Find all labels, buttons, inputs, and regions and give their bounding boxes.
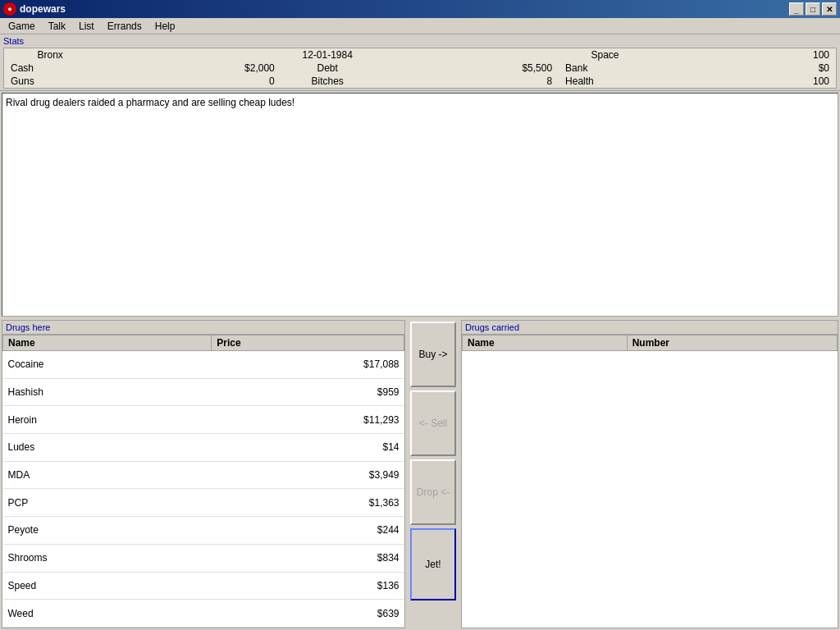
cash-value: $2,000	[189, 62, 281, 75]
drug-row[interactable]: MDA$3,949	[3, 461, 404, 489]
health-value: 100	[744, 75, 837, 89]
drug-price: $11,293	[212, 406, 404, 434]
drug-price: $3,949	[212, 461, 404, 489]
space-value: 100	[744, 48, 837, 62]
drug-name: Cocaine	[3, 351, 212, 379]
drug-price: $959	[212, 378, 404, 406]
drug-name: Heroin	[3, 406, 212, 434]
drug-row[interactable]: Peyote$244	[3, 517, 404, 545]
debt-label: Debt	[281, 62, 374, 75]
message-area: Rival drug dealers raided a pharmacy and…	[2, 93, 838, 317]
drug-price: $639	[212, 600, 404, 628]
drugs-carried-title: Drugs carried	[462, 321, 838, 335]
minimize-button[interactable]: _	[789, 2, 804, 16]
menu-game[interactable]: Game	[2, 19, 42, 34]
drug-row[interactable]: Hashish$959	[3, 378, 404, 406]
bitches-value: 8	[466, 75, 559, 89]
menu-talk[interactable]: Talk	[42, 19, 72, 34]
drug-price: $1,363	[212, 489, 404, 517]
title-text: dopewars	[20, 3, 66, 15]
drug-row[interactable]: Cocaine$17,088	[3, 351, 404, 379]
stats-section: Stats Bronx 12-01-1984 Space 100 Cash $2…	[0, 34, 840, 91]
drug-row[interactable]: Speed$136	[3, 572, 404, 600]
drug-price: $136	[212, 572, 404, 600]
menu-errands[interactable]: Errands	[101, 19, 148, 34]
window-controls: _ □ ✕	[789, 2, 837, 16]
jet-button[interactable]: Jet!	[410, 528, 456, 600]
bitches-label: Bitches	[281, 75, 374, 89]
close-button[interactable]: ✕	[822, 2, 837, 16]
drug-price: $14	[212, 434, 404, 462]
carried-col-number: Number	[627, 336, 837, 351]
menu-help[interactable]: Help	[148, 19, 182, 34]
col-price-header: Price	[212, 336, 404, 351]
location-label: Bronx	[4, 48, 97, 62]
title-bar: ● dopewars _ □ ✕	[0, 0, 840, 18]
bank-label: Bank	[559, 62, 651, 75]
main-content: Stats Bronx 12-01-1984 Space 100 Cash $2…	[0, 34, 840, 630]
space-label: Space	[559, 48, 651, 62]
drug-row[interactable]: Weed$639	[3, 600, 404, 628]
drug-name: Peyote	[3, 517, 212, 545]
drug-name: PCP	[3, 489, 212, 517]
drug-name: Weed	[3, 600, 212, 628]
drug-price: $834	[212, 544, 404, 572]
drugs-carried-body	[463, 351, 838, 628]
drugs-carried-table: Name Number	[462, 335, 838, 628]
drug-name: Ludes	[3, 434, 212, 462]
drug-row[interactable]: Ludes$14	[3, 434, 404, 462]
drug-name: Speed	[3, 572, 212, 600]
drug-price: $244	[212, 517, 404, 545]
title-bar-left: ● dopewars	[3, 2, 66, 16]
message-text: Rival drug dealers raided a pharmacy and…	[6, 97, 294, 108]
bank-value: $0	[744, 62, 837, 75]
drug-row[interactable]: PCP$1,363	[3, 489, 404, 517]
drugs-here-table: Name Price Cocaine$17,088Hashish$959Hero…	[2, 335, 404, 628]
debt-value: $5,500	[466, 62, 559, 75]
col-name-header: Name	[3, 336, 212, 351]
drug-row[interactable]: Heroin$11,293	[3, 406, 404, 434]
maximize-button[interactable]: □	[806, 2, 820, 16]
window-icon: ●	[3, 2, 16, 16]
menu-list[interactable]: List	[72, 19, 101, 34]
drugs-here-title: Drugs here	[2, 321, 404, 335]
drugs-here-panel: Drugs here Name Price Cocaine$17,088Hash…	[2, 320, 405, 628]
guns-value: 0	[189, 75, 281, 89]
date-value: 12-01-1984	[281, 48, 374, 62]
buy-button[interactable]: Buy ->	[410, 322, 456, 387]
health-label: Health	[559, 75, 651, 89]
bottom-section: Drugs here Name Price Cocaine$17,088Hash…	[0, 318, 840, 630]
guns-label: Guns	[4, 75, 97, 89]
sell-button[interactable]: <- Sell	[410, 390, 456, 456]
drugs-here-body: Cocaine$17,088Hashish$959Heroin$11,293Lu…	[3, 351, 404, 628]
cash-label: Cash	[4, 62, 97, 75]
drug-name: Shrooms	[3, 544, 212, 572]
drop-button[interactable]: Drop <-	[410, 459, 456, 525]
stats-label: Stats	[3, 36, 837, 46]
carried-col-name: Name	[463, 336, 628, 351]
stats-table: Bronx 12-01-1984 Space 100 Cash $2,000 D…	[3, 48, 837, 89]
drug-price: $17,088	[212, 351, 404, 379]
action-buttons: Buy -> <- Sell Drop <- Jet!	[409, 320, 458, 628]
drug-name: Hashish	[3, 378, 212, 406]
drug-name: MDA	[3, 461, 212, 489]
menu-bar: Game Talk List Errands Help	[0, 18, 840, 34]
drug-row[interactable]: Shrooms$834	[3, 544, 404, 572]
drugs-carried-panel: Drugs carried Name Number	[461, 320, 838, 628]
